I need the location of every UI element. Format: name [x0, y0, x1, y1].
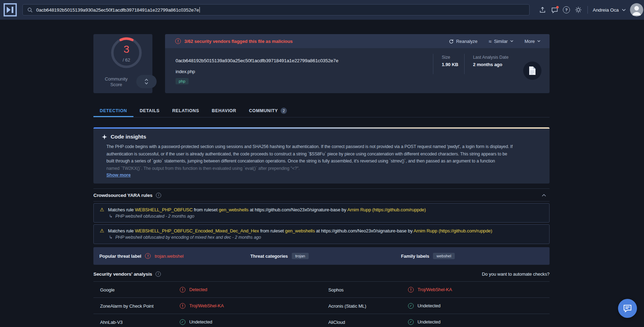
family-label-pill[interactable]: webshel — [433, 253, 455, 259]
more-button[interactable]: More — [525, 39, 540, 44]
table-row: Google ! Detected Sophos ! Troj/WebShel-… — [93, 281, 550, 297]
threat-category-pill[interactable]: trojan — [292, 253, 309, 259]
chat-icon — [623, 304, 632, 313]
tab-community[interactable]: COMMUNITY 2 — [243, 105, 293, 117]
search-value: 0acb648192b5015139a930a25ec50f1acdfb3971… — [36, 7, 199, 13]
yara-rule-match: ⚠Matches rule WEBSHELL_PHP_OBFUSC from r… — [93, 203, 550, 223]
tabs-divider — [93, 117, 550, 117]
info-icon[interactable]: i — [156, 271, 161, 277]
vendor-result: ! Detected — [180, 287, 207, 293]
topbar-divider — [587, 6, 588, 14]
check-icon: ✓ — [180, 319, 185, 325]
vendor-name: Acronis (Static ML) — [328, 303, 366, 308]
show-more-link[interactable]: Show more — [106, 172, 131, 178]
search-icon — [27, 7, 33, 13]
vendor-result: ! Troj/WebShel-KA — [180, 303, 224, 309]
yara-author-link[interactable]: Arnim Rupp (https://github.com/ruppde) — [414, 228, 492, 233]
check-icon: ✓ — [408, 303, 414, 309]
yara-rule-match: ⚠Matches rule WEBSHELL_PHP_OBFUSC_Encode… — [93, 224, 550, 244]
alert-icon: ! — [408, 287, 414, 293]
file-name: index.php — [176, 69, 195, 74]
vendor-cell: Sophos ! Troj/WebShel-KA — [322, 282, 550, 297]
alert-icon: ! — [180, 287, 185, 293]
yara-rule-name[interactable]: WEBSHELL_PHP_OBFUSC — [135, 207, 192, 212]
yara-ruleset-link[interactable]: gen_webshells — [219, 207, 249, 212]
detections-total: / 62 — [109, 57, 144, 63]
threat-label-strip: Popular threat label ! trojan.webshel Th… — [93, 247, 550, 265]
avatar[interactable] — [630, 3, 643, 17]
code-insights-text: The PHP code begins with a password-prot… — [106, 143, 513, 172]
family-labels-label: Family labels — [401, 254, 429, 259]
file-hash[interactable]: 0acb648192b5015139a930a25ec50f1acdfb3971… — [176, 58, 339, 63]
upload-icon[interactable] — [538, 6, 547, 14]
info-icon[interactable]: i — [156, 193, 161, 198]
automate-checks-link[interactable]: Do you want to automate checks? — [482, 271, 550, 277]
vendor-cell: Google ! Detected — [93, 282, 322, 297]
reanalyze-button[interactable]: Reanalyze — [449, 39, 478, 44]
comments-icon[interactable] — [550, 6, 559, 14]
report-tabs: DETECTION DETAILS RELATIONS BEHAVIOR COM… — [93, 105, 293, 117]
file-summary-card: ! 3/62 security vendors flagged this fil… — [165, 34, 550, 93]
file-size: Size 1.90 KB — [442, 55, 458, 67]
detection-score-widget: 3 / 62 Community Score — [93, 34, 152, 93]
chevron-down-icon — [537, 40, 540, 42]
sparkle-icon — [102, 134, 107, 140]
code-insights-title: Code insights — [111, 134, 146, 140]
chevron-down-icon — [510, 40, 513, 42]
tab-details[interactable]: DETAILS — [133, 105, 166, 117]
gradient-bar — [93, 127, 550, 129]
help-icon[interactable]: ? — [562, 6, 571, 14]
table-row: AhnLab-V3 ✓ Undetected AliCloud ✓ Undete… — [93, 314, 550, 327]
yara-rule-description: PHP webshell obfuscated - 2 months ago — [115, 214, 194, 219]
virustotal-logo[interactable] — [4, 3, 17, 17]
yara-ruleset-link[interactable]: gen_webshells — [285, 228, 315, 233]
vendor-name: Google — [100, 287, 114, 292]
vendor-cell: ZoneAlarm by Check Point ! Troj/WebShel-… — [93, 298, 322, 314]
theme-toggle-icon[interactable] — [574, 6, 583, 14]
vote-up-icon[interactable] — [145, 79, 148, 81]
vendors-table: Google ! Detected Sophos ! Troj/WebShel-… — [93, 281, 550, 327]
code-insights-card: Code insights The PHP code begins with a… — [93, 127, 550, 184]
feedback-chat-button[interactable] — [618, 299, 637, 318]
similar-icon: ≈ — [489, 38, 492, 44]
meta-divider — [464, 54, 465, 74]
vendor-name: AliCloud — [328, 319, 345, 325]
vendor-result: ✓ Undetected — [408, 319, 441, 325]
collapse-section-icon[interactable] — [542, 194, 546, 197]
similar-button[interactable]: ≈ Similar — [489, 38, 513, 44]
yara-rule-description: PHP webshell obfuscated by encoding of m… — [115, 235, 261, 240]
text-cursor — [199, 7, 200, 13]
tab-detection[interactable]: DETECTION — [93, 105, 133, 117]
yara-rule-name[interactable]: WEBSHELL_PHP_OBFUSC_Encoded_Mixed_Dec_An… — [135, 228, 259, 233]
alert-icon: ! — [145, 253, 151, 259]
community-vote-widget[interactable] — [136, 75, 157, 88]
user-menu[interactable]: Andreia Oca — [593, 7, 619, 13]
vendor-result: ✓ Undetected — [408, 303, 441, 309]
vendor-name: ZoneAlarm by Check Point — [100, 303, 153, 308]
tab-behavior[interactable]: BEHAVIOR — [205, 105, 243, 117]
yara-author-link[interactable]: Arnim Rupp (https://github.com/ruppde) — [347, 207, 426, 212]
section-divider — [93, 188, 550, 189]
vendor-name: AhnLab-V3 — [100, 319, 123, 325]
top-bar: 0acb648192b5015139a930a25ec50f1acdfb3971… — [0, 0, 644, 20]
tag-php[interactable]: php — [176, 78, 189, 84]
section-divider — [93, 201, 550, 201]
file-type-icon — [523, 62, 541, 80]
vendor-cell: AliCloud ✓ Undetected — [322, 314, 550, 327]
refresh-icon — [449, 39, 454, 44]
popular-threat-label: Popular threat label — [99, 254, 141, 259]
table-row: ZoneAlarm by Check Point ! Troj/WebShel-… — [93, 297, 550, 314]
threat-label-value[interactable]: trojan.webshel — [155, 254, 183, 259]
community-count-badge: 2 — [281, 108, 287, 114]
threat-categories-label: Threat categories — [250, 254, 288, 259]
malicious-banner: ! 3/62 security vendors flagged this fil… — [165, 34, 550, 48]
tab-relations[interactable]: RELATIONS — [166, 105, 205, 117]
last-analysis-date: Last Analysis Date 2 months ago — [473, 55, 508, 67]
vote-down-icon[interactable] — [145, 82, 148, 84]
warning-icon: ⚠ — [100, 207, 104, 212]
detections-count: 3 — [109, 43, 144, 55]
yara-section-title: Crowdsourced YARA rules — [93, 193, 152, 198]
search-input[interactable]: 0acb648192b5015139a930a25ec50f1acdfb3971… — [22, 4, 530, 15]
sub-arrow-icon: ↳ — [109, 214, 112, 219]
sub-arrow-icon: ↳ — [109, 235, 112, 240]
